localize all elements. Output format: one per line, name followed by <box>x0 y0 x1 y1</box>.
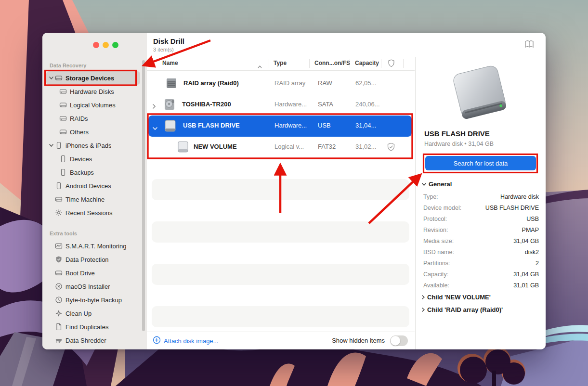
minimize-button[interactable] <box>103 42 109 48</box>
shield-check-icon <box>387 142 395 154</box>
sidebar-item-hardware-disks[interactable]: Hardware Disks <box>46 85 140 98</box>
page-title: Disk Drill <box>153 37 184 45</box>
gear-icon <box>54 209 63 217</box>
column-header-capacity[interactable]: Capacity <box>355 60 379 66</box>
phone-icon <box>59 155 67 163</box>
sidebar-item-label: S.M.A.R.T. Monitoring <box>65 243 126 250</box>
circle-x-icon <box>54 283 63 291</box>
details-panel: USB FLASH DRIVE Hardware disk • 31,04 GB… <box>415 57 546 349</box>
hdd-icon <box>163 98 176 113</box>
phone-icon <box>59 168 67 177</box>
sidebar-item-raids[interactable]: RAIDs <box>46 112 140 125</box>
sidebar-item-find-duplicates[interactable]: Find Duplicates <box>46 320 140 334</box>
sidebar-item-label: Backups <box>70 169 94 176</box>
show-hidden-items-toggle[interactable] <box>390 335 408 346</box>
sidebar-item-label: Boot Drive <box>65 270 95 277</box>
sidebar-item-android-devices[interactable]: Android Devices <box>46 179 140 193</box>
chevron-right-icon <box>422 295 425 299</box>
chevron-down-icon <box>48 144 54 147</box>
sidebar-scrollbar[interactable] <box>142 60 145 331</box>
detail-row: Type:Hardware disk <box>423 192 539 203</box>
column-header-connection-fs[interactable]: Conn...on/FS <box>314 60 350 66</box>
phone-icon <box>54 142 63 150</box>
help-book-icon[interactable] <box>524 40 534 50</box>
child-raid-array-header[interactable]: Child 'RAID array (Raid0)' <box>422 306 503 313</box>
disk-drill-window: Data Recovery Storage Devices Hardware D… <box>42 33 546 349</box>
sidebar-item-others[interactable]: Others <box>46 125 140 139</box>
table-row[interactable]: TOSHIBA-TR200 Hardware... SATA 240,06... <box>148 94 412 116</box>
toggle-knob <box>391 336 400 346</box>
sidebar-item-label: Recent Sessions <box>65 209 113 217</box>
general-section-header[interactable]: General <box>422 180 452 188</box>
search-for-lost-data-button[interactable]: Search for lost data <box>425 156 536 170</box>
table-row[interactable]: RAID array (Raid0) RAID array RAW 62,05.… <box>148 73 412 94</box>
drive-icon <box>59 101 67 109</box>
sidebar-item-label: Data Protection <box>65 256 109 263</box>
window-header: Disk Drill 3 item(s) <box>147 33 546 57</box>
sidebar-item-label: Logical Volumes <box>70 102 116 109</box>
device-title: USB FLASH DRIVE <box>424 129 490 138</box>
detail-row: Available:31,01 GB <box>423 280 539 291</box>
empty-row-stripe <box>152 221 409 243</box>
sidebar-item-label: Devices <box>70 155 92 163</box>
empty-row-stripe <box>152 179 409 200</box>
clock-icon <box>54 296 63 304</box>
chevron-down-icon <box>422 183 426 186</box>
sidebar-item-clean-up[interactable]: Clean Up <box>46 307 140 320</box>
device-table: Name Type Conn...on/FS Capacity RAID arr… <box>147 57 415 332</box>
chevron-down-icon[interactable] <box>153 123 157 132</box>
item-count: 3 item(s) <box>153 47 174 52</box>
close-button[interactable] <box>93 42 99 48</box>
sidebar-item-time-machine[interactable]: Time Machine <box>46 193 140 206</box>
sidebar-item-label: iPhones & iPads <box>65 142 111 149</box>
drive-icon <box>54 195 63 204</box>
drive-icon <box>54 269 63 277</box>
chevron-right-icon <box>422 308 425 312</box>
detail-row: Capacity:31,04 GB <box>423 269 539 280</box>
shield-icon <box>54 256 63 264</box>
empty-row-stripe <box>152 306 409 327</box>
sidebar-item-iphones-ipads[interactable]: iPhones & iPads <box>46 139 140 152</box>
sidebar-item-byte-to-byte-backup[interactable]: Byte-to-byte Backup <box>46 293 140 307</box>
sidebar-item-label: Storage Devices <box>65 75 114 82</box>
sidebar-item-data-protection[interactable]: Data Protection <box>46 253 140 266</box>
attach-disk-image-button[interactable]: Attach disk image... <box>153 336 218 346</box>
detail-row: Media size:31,04 GB <box>423 236 539 247</box>
phone-icon <box>54 182 63 190</box>
drive-icon <box>54 74 63 82</box>
sidebar-section-data-recovery: Data Recovery <box>50 63 86 68</box>
volume-icon <box>176 141 190 155</box>
sidebar-item-devices[interactable]: Devices <box>46 152 140 166</box>
zoom-button[interactable] <box>112 42 118 48</box>
shield-column-icon[interactable] <box>388 59 395 69</box>
chart-icon <box>54 242 63 250</box>
table-row[interactable]: NEW VOLUME Logical v... FAT32 31,02... <box>148 137 412 158</box>
column-header-name[interactable]: Name <box>162 60 178 66</box>
document-icon <box>54 323 63 331</box>
column-header-type[interactable]: Type <box>274 60 287 66</box>
sidebar-item-logical-volumes[interactable]: Logical Volumes <box>46 98 140 112</box>
sidebar-item-storage-devices[interactable]: Storage Devices <box>46 71 140 85</box>
sidebar-item-recent-sessions[interactable]: Recent Sessions <box>46 206 140 219</box>
external-drive-image <box>450 64 510 130</box>
desktop: Data Recovery Storage Devices Hardware D… <box>0 0 588 386</box>
sidebar-item-label: Others <box>70 129 89 136</box>
sidebar-item-data-shredder[interactable]: Data Shredder <box>46 334 140 347</box>
sidebar-item-backups[interactable]: Backups <box>46 166 140 179</box>
detail-row: Revision:PMAP <box>423 225 539 236</box>
child-new-volume-header[interactable]: Child 'NEW VOLUME' <box>422 294 491 301</box>
shredder-icon <box>54 336 63 345</box>
sidebar-item-label: Time Machine <box>65 196 105 203</box>
table-row-selected[interactable]: USB FLASH DRIVE Hardware... USB 31,04... <box>148 116 412 137</box>
detail-row: Partitions:2 <box>423 258 539 269</box>
table-footer: Attach disk image... Show hidden items <box>147 332 415 349</box>
sidebar-item-boot-drive[interactable]: Boot Drive <box>46 266 140 280</box>
sidebar-item-label: macOS Installer <box>65 283 110 290</box>
sidebar-item-label: Data Shredder <box>65 337 106 344</box>
chevron-right-icon[interactable] <box>153 102 156 111</box>
sidebar-item-label: Find Duplicates <box>65 323 109 331</box>
sidebar-item-macos-installer[interactable]: macOS Installer <box>46 280 140 293</box>
drive-icon <box>59 115 67 123</box>
attach-disk-image-label: Attach disk image... <box>164 337 218 345</box>
sidebar-item-smart-monitoring[interactable]: S.M.A.R.T. Monitoring <box>46 239 140 253</box>
